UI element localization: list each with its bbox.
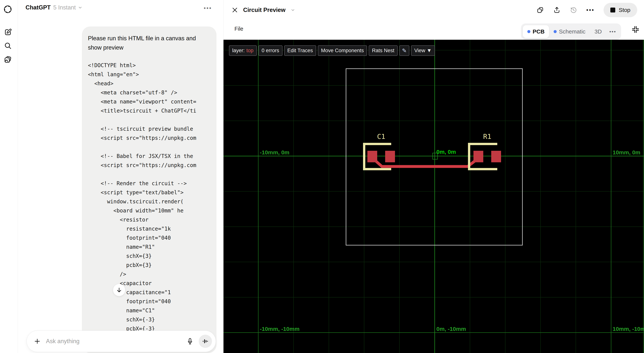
c1-pad-1[interactable] [368,151,377,162]
pencil-tool-button[interactable]: ✎ [399,45,409,56]
chevron-down-icon[interactable] [290,8,295,13]
model-name[interactable]: 5 Instant [53,4,76,11]
file-menu[interactable]: File [234,26,243,32]
r1-pad-1[interactable] [474,151,483,162]
share-upload-icon[interactable] [553,6,560,14]
user-message-text: Please run this HTML file in a canvas an… [88,34,204,52]
layer-button[interactable]: layer: top [229,45,257,56]
grid-label-left-bottom: -10mm, -10mm [260,326,300,332]
edit-traces-button[interactable]: Edit Traces [284,45,316,56]
tab-3d[interactable]: 3D [590,25,606,38]
canvas-menubar: File PCB Schematic 3D ••• [224,20,644,40]
pcb-canvas[interactable]: C1 R1 -10mm, 0m 0m, 0m 10mm, 0m -10mm, -… [224,40,644,353]
chat-input[interactable] [46,338,186,345]
canvas-title[interactable]: Circuit Preview [243,7,286,14]
r1-label: R1 [483,133,491,140]
mic-icon[interactable] [186,337,194,345]
chevron-down-icon [78,5,83,10]
brand-title[interactable]: ChatGPT [26,4,51,11]
waveform-icon [202,338,209,345]
message-composer [26,330,216,352]
history-icon[interactable] [570,6,577,14]
copy-icon[interactable] [536,6,544,14]
layer-value: top [246,48,254,54]
tab-schematic[interactable]: Schematic [549,25,590,38]
user-message-bubble: Please run this HTML file in a canvas an… [82,27,216,353]
sidebar [0,0,18,353]
component-r1[interactable]: R1 [469,133,501,169]
rats-nest-button[interactable]: Rats Nest [369,45,398,56]
chat-header: ChatGPT 5 Instant [26,4,83,11]
library-icon[interactable] [4,55,12,64]
grid-minor-lines [224,40,644,353]
chat-panel: ChatGPT 5 Instant ••• Please run this HT… [18,0,223,353]
canvas-header: Circuit Preview ••• Stop [224,0,644,20]
voice-mode-button[interactable] [199,335,212,348]
grid-label-right-bottom: 10mm, -10mm [612,326,644,332]
chatgpt-logo-icon [4,5,12,14]
arrow-down-icon [116,287,122,293]
stop-button[interactable]: Stop [604,3,637,17]
new-chat-icon[interactable] [4,28,12,36]
grid-label-right-mid: 10mm, 0m [612,149,640,156]
view-tabs: PCB Schematic 3D ••• [521,24,621,40]
schematic-dot-icon [554,30,557,33]
search-icon[interactable] [4,42,12,50]
scroll-to-bottom-button[interactable] [113,284,125,296]
attach-plus-icon[interactable] [34,337,41,345]
tab-pcb[interactable]: PCB [523,25,549,38]
grid-label-origin: 0m, 0m [436,149,456,155]
move-components-button[interactable]: Move Components [318,45,367,56]
grid-axis-lines [224,40,644,353]
c1-pad-2[interactable] [385,151,395,162]
chat-more-button[interactable]: ••• [204,5,212,11]
tabs-more-button[interactable]: ••• [606,29,619,35]
close-icon[interactable] [232,7,238,14]
canvas-panel: Circuit Preview ••• Stop [223,0,644,353]
canvas-more-button[interactable]: ••• [586,7,595,13]
stop-square-icon [610,8,615,13]
pcb-dot-icon [527,30,530,33]
c1-label: C1 [377,133,385,140]
grid-label-center-bottom: 0m, -10mm [436,326,466,332]
user-message-code: <!DOCTYPE html> <html lang="en"> <head> … [88,61,210,342]
grid-major-lines [224,40,644,353]
errors-button[interactable]: 0 errors [258,45,282,56]
view-dropdown-button[interactable]: View ▼ [411,45,435,56]
collapse-icon[interactable] [631,25,640,34]
grid-label-left-mid: -10mm, 0m [260,149,290,156]
r1-pad-2[interactable] [491,151,501,162]
pcb-toolbar: layer: top 0 errors Edit Traces Move Com… [229,45,435,56]
